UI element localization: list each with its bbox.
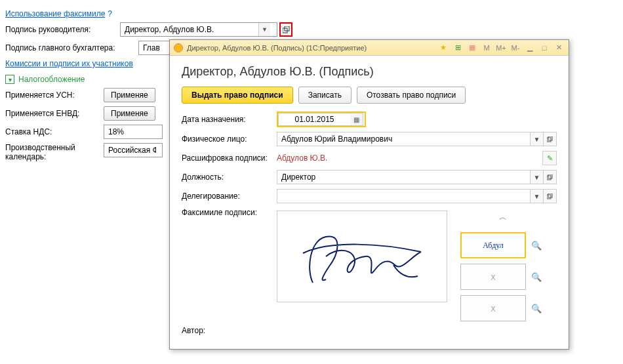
vat-input[interactable] — [104, 125, 157, 138]
envd-button[interactable]: Применяе — [104, 106, 155, 121]
issue-rights-button[interactable]: Выдать право подписи — [182, 87, 293, 104]
delegation-input[interactable] — [277, 189, 531, 203]
chevron-down-icon[interactable]: ▼ — [258, 23, 270, 36]
close-icon[interactable]: ✕ — [553, 43, 565, 53]
envd-label: Применяется ЕНВД: — [5, 109, 104, 118]
magnify-icon[interactable]: 🔍 — [531, 272, 542, 282]
calendar-icon[interactable]: ▦ — [466, 43, 478, 53]
favorite-icon[interactable]: ★ — [437, 43, 449, 53]
chevron-down-icon[interactable]: ▼ — [531, 132, 544, 146]
facsimile-label: Факсимиле подписи: — [182, 208, 277, 217]
calendar-input-wrap — [104, 143, 163, 157]
date-highlight: ▦ — [277, 111, 366, 127]
calendar-picker-icon[interactable]: ▦ — [350, 113, 363, 126]
author-label: Автор: — [182, 326, 277, 335]
m-minus-button[interactable]: M- — [510, 43, 521, 53]
position-input[interactable] — [277, 170, 531, 184]
m-plus-button[interactable]: M+ — [495, 43, 507, 53]
svg-rect-2 — [547, 138, 551, 142]
position-label: Должность: — [182, 172, 277, 182]
taxation-section-title: Налогообложение — [18, 75, 85, 84]
delegation-label: Делегирование: — [182, 192, 277, 201]
commissions-link[interactable]: Комиссии и подписи их участников — [5, 59, 133, 68]
modal-titlebar[interactable]: Директор, Абдулов Ю.В. (Подпись) (1С:Пре… — [170, 40, 569, 56]
signature-thumb-3[interactable]: x — [460, 295, 526, 321]
svg-rect-5 — [548, 174, 552, 178]
popup-icon — [283, 26, 290, 33]
usn-button[interactable]: Применяе — [104, 88, 155, 102]
svg-rect-3 — [548, 136, 552, 140]
m-button[interactable]: M — [481, 43, 492, 53]
open-detail-button[interactable] — [279, 22, 292, 37]
facsimile-link[interactable]: Использование факсимиле — [5, 9, 105, 18]
magnify-icon[interactable]: 🔍 — [531, 241, 542, 251]
calendar-label: Производственный календарь: — [5, 143, 104, 161]
pencil-icon: ✎ — [547, 154, 553, 163]
popup-icon[interactable] — [544, 189, 557, 203]
maximize-icon[interactable]: □ — [538, 43, 550, 53]
save-button[interactable]: Записать — [298, 87, 352, 104]
accountant-sig-input-wrap — [138, 41, 171, 55]
magnify-icon[interactable]: 🔍 — [531, 304, 542, 313]
revoke-rights-button[interactable]: Отозвать право подписи — [357, 87, 466, 104]
help-icon[interactable]: ? — [108, 9, 112, 18]
minimize-icon[interactable]: ▁ — [524, 43, 536, 53]
decode-label: Расшифровка подписи: — [182, 153, 277, 163]
manager-sig-input-wrap: ▼ — [120, 22, 277, 37]
vat-label: Ставка НДС: — [5, 127, 104, 136]
manager-sig-input[interactable] — [121, 23, 258, 36]
modal-heading: Директор, Абдулов Ю.В. (Подпись) — [182, 65, 557, 79]
svg-rect-6 — [547, 195, 551, 199]
usn-label: Применяется УСН: — [5, 91, 104, 100]
calendar-input[interactable] — [104, 144, 160, 157]
chevron-down-icon[interactable]: ▼ — [531, 170, 544, 184]
person-label: Физическое лицо: — [182, 134, 277, 144]
signature-thumb-1[interactable]: Абдул — [460, 232, 526, 258]
date-label: Дата назначения: — [182, 115, 277, 124]
accountant-sig-label: Подпись главного бухгалтера: — [5, 43, 138, 52]
person-input[interactable] — [277, 132, 531, 146]
signature-thumb-2[interactable]: x — [460, 264, 526, 290]
date-input[interactable] — [278, 113, 350, 126]
signature-svg — [290, 220, 434, 293]
app-icon — [174, 43, 183, 52]
accountant-sig-input[interactable] — [139, 41, 169, 54]
collapse-up-icon[interactable]: ︿ — [460, 211, 546, 227]
popup-icon[interactable] — [544, 170, 557, 184]
chevron-down-icon[interactable]: ▼ — [531, 189, 544, 203]
calc-icon[interactable]: ⊞ — [452, 43, 464, 53]
popup-icon[interactable] — [544, 132, 557, 146]
vat-input-wrap — [104, 125, 163, 139]
manager-sig-label: Подпись руководителя: — [5, 25, 120, 34]
decode-value: Абдулов Ю.В. — [277, 151, 542, 165]
svg-rect-4 — [547, 176, 551, 180]
modal-title: Директор, Абдулов Ю.В. (Подпись) (1С:Пре… — [187, 44, 437, 52]
section-toggle-icon[interactable]: ▾ — [5, 75, 14, 84]
svg-rect-7 — [548, 193, 552, 197]
edit-button[interactable]: ✎ — [542, 151, 557, 165]
signature-modal: Директор, Абдулов Ю.В. (Подпись) (1С:Пре… — [169, 39, 569, 350]
signature-preview — [277, 211, 447, 302]
